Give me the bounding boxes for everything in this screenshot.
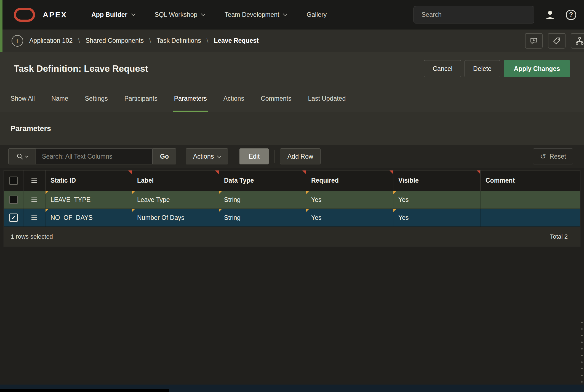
row-menu-icon[interactable] bbox=[31, 198, 37, 202]
cell-static-id[interactable]: LEAVE_TYPE bbox=[46, 191, 132, 209]
page-title: Task Definition: Leave Request bbox=[14, 63, 148, 74]
grid-toolbar: Go Actions Edit Add Row ↺ Reset bbox=[0, 145, 584, 168]
hierarchy-icon bbox=[575, 36, 584, 45]
row-menu-cell bbox=[23, 191, 46, 209]
add-comment-button[interactable] bbox=[525, 33, 543, 49]
delete-button[interactable]: Delete bbox=[465, 60, 500, 77]
cell-comment[interactable] bbox=[481, 191, 580, 209]
column-notch bbox=[302, 170, 306, 174]
tab-name[interactable]: Name bbox=[51, 86, 68, 112]
user-admin-icon[interactable] bbox=[544, 9, 556, 21]
select-all-checkbox[interactable] bbox=[9, 177, 18, 185]
column-notch bbox=[128, 170, 132, 174]
row-menu-header-cell bbox=[23, 170, 46, 191]
oracle-logo-icon[interactable] bbox=[14, 8, 35, 22]
parameters-grid: Static ID Label Data Type Required Visib… bbox=[4, 170, 580, 247]
breadcrumb-shared-components[interactable]: Shared Components bbox=[86, 37, 144, 44]
content-empty-area bbox=[0, 247, 584, 385]
tab-show-all[interactable]: Show All bbox=[10, 86, 35, 112]
toolbar-divider bbox=[274, 150, 274, 163]
help-icon[interactable]: ? bbox=[566, 10, 576, 20]
nav-menu-team-development[interactable]: Team Development bbox=[225, 11, 287, 18]
grid-row-no-of-days: ✓ NO_OF_DAYS Number Of Days String Yes bbox=[4, 209, 580, 226]
cell-changed-marker bbox=[132, 191, 135, 194]
parameters-section-header: Parameters bbox=[0, 112, 584, 145]
cell-label[interactable]: Leave Type bbox=[132, 191, 219, 209]
page-header: Task Definition: Leave Request Cancel De… bbox=[0, 52, 584, 86]
section-title: Parameters bbox=[10, 124, 51, 133]
chevron-down-icon bbox=[217, 154, 222, 158]
total-rows-text: Total 2 bbox=[550, 233, 568, 240]
region-tabs: Show All Name Settings Participants Para… bbox=[0, 86, 584, 112]
cell-static-id[interactable]: NO_OF_DAYS bbox=[46, 209, 132, 226]
breadcrumb-current: Leave Request bbox=[214, 37, 258, 44]
cell-visible[interactable]: Yes bbox=[393, 209, 481, 226]
bottom-footer-strip bbox=[0, 385, 584, 392]
breadcrumb: Application 102 \ Shared Components \ Ta… bbox=[29, 37, 259, 45]
column-header-required[interactable]: Required bbox=[306, 170, 393, 191]
breadcrumb-task-definitions[interactable]: Task Definitions bbox=[157, 37, 201, 44]
cell-visible[interactable]: Yes bbox=[393, 191, 481, 209]
cell-data-type[interactable]: String bbox=[219, 191, 306, 209]
comment-add-icon bbox=[529, 37, 538, 45]
grid-header-row: Static ID Label Data Type Required Visib… bbox=[4, 170, 580, 191]
cell-required[interactable]: Yes bbox=[306, 191, 393, 209]
row-menu-icon[interactable] bbox=[31, 215, 37, 220]
row-menu-icon[interactable] bbox=[31, 178, 37, 183]
row-checkbox-checked[interactable]: ✓ bbox=[9, 214, 18, 222]
chevron-down-icon bbox=[283, 12, 287, 16]
tags-button[interactable] bbox=[548, 33, 566, 49]
nav-menu-app-builder[interactable]: App Builder bbox=[91, 11, 135, 18]
row-select-cell bbox=[4, 191, 23, 209]
cell-changed-marker bbox=[306, 191, 309, 194]
search-column-selector-button[interactable] bbox=[8, 148, 36, 164]
search-icon bbox=[16, 153, 23, 160]
column-header-data-type[interactable]: Data Type bbox=[219, 170, 306, 191]
apply-changes-button[interactable]: Apply Changes bbox=[504, 60, 570, 77]
column-header-label[interactable]: Label bbox=[132, 170, 219, 191]
cell-changed-marker bbox=[219, 191, 222, 194]
go-button[interactable]: Go bbox=[153, 148, 176, 164]
up-arrow-icon[interactable]: ↑ bbox=[12, 35, 23, 47]
shared-components-button[interactable] bbox=[571, 33, 584, 49]
grid-status-bar: 1 rows selected Total 2 bbox=[4, 226, 580, 247]
global-search-input[interactable] bbox=[414, 6, 534, 23]
breadcrumb-separator: \ bbox=[78, 37, 80, 45]
reset-icon: ↺ bbox=[540, 153, 546, 160]
column-header-comment[interactable]: Comment bbox=[481, 170, 580, 191]
column-notch bbox=[215, 170, 219, 174]
apex-window: APEX App Builder SQL Workshop Team Devel… bbox=[0, 0, 584, 392]
cell-comment[interactable] bbox=[481, 209, 580, 226]
breadcrumb-separator: \ bbox=[149, 37, 151, 45]
tab-last-updated[interactable]: Last Updated bbox=[308, 86, 346, 112]
column-header-static-id[interactable]: Static ID bbox=[46, 170, 132, 191]
apex-brand: APEX bbox=[43, 10, 67, 19]
row-select-cell: ✓ bbox=[4, 209, 23, 226]
cell-changed-marker bbox=[306, 209, 309, 212]
tab-comments[interactable]: Comments bbox=[261, 86, 291, 112]
add-row-button[interactable]: Add Row bbox=[280, 148, 321, 164]
rows-selected-text: 1 rows selected bbox=[11, 233, 53, 240]
tab-parameters[interactable]: Parameters bbox=[174, 86, 207, 112]
edit-mode-button[interactable]: Edit bbox=[239, 148, 269, 164]
cancel-button[interactable]: Cancel bbox=[424, 60, 461, 77]
cell-required[interactable]: Yes bbox=[306, 209, 393, 226]
actions-menu-button[interactable]: Actions bbox=[186, 148, 228, 164]
nav-menu-sql-workshop[interactable]: SQL Workshop bbox=[155, 11, 205, 18]
tab-participants[interactable]: Participants bbox=[124, 86, 158, 112]
reset-button[interactable]: ↺ Reset bbox=[533, 148, 573, 164]
nav-menu-gallery[interactable]: Gallery bbox=[306, 11, 327, 18]
cell-label[interactable]: Number Of Days bbox=[132, 209, 219, 226]
cell-data-type[interactable]: String bbox=[219, 209, 306, 226]
row-checkbox[interactable] bbox=[9, 196, 18, 204]
toolbar-divider bbox=[234, 150, 234, 163]
chevron-down-icon bbox=[201, 12, 206, 16]
tab-actions[interactable]: Actions bbox=[223, 86, 244, 112]
column-header-visible[interactable]: Visible bbox=[393, 170, 481, 191]
column-notch bbox=[477, 170, 480, 174]
resize-dots bbox=[581, 322, 583, 383]
grid-search-input[interactable] bbox=[36, 148, 153, 164]
tag-icon bbox=[553, 37, 561, 45]
tab-settings[interactable]: Settings bbox=[85, 86, 108, 112]
breadcrumb-application[interactable]: Application 102 bbox=[29, 37, 73, 44]
